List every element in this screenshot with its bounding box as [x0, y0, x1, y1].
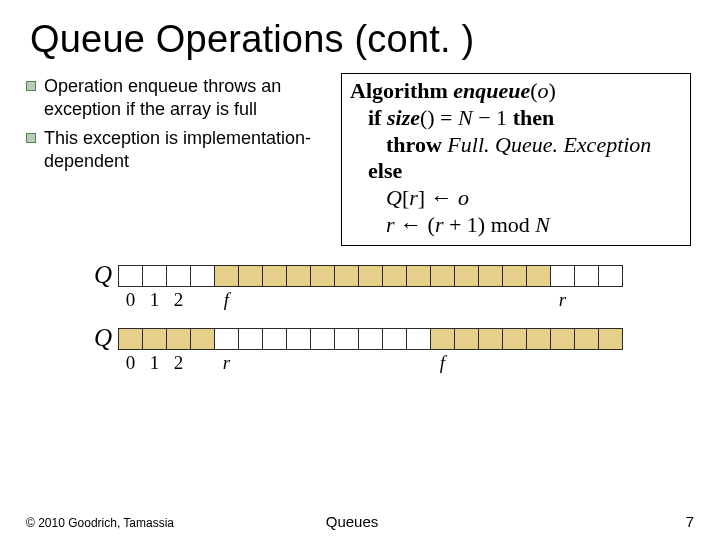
- algorithm-box: Algorithm enqueue(o) if size() = N − 1 t…: [341, 73, 691, 246]
- queue-diagram: Q: [90, 264, 640, 374]
- index-label: 1: [142, 289, 167, 311]
- array-cell: [262, 265, 287, 287]
- index-label: [406, 352, 431, 374]
- array-cell: [478, 328, 503, 350]
- index-r: r: [214, 352, 239, 374]
- algo-text: () =: [420, 105, 458, 130]
- index-label: [502, 352, 527, 374]
- array-cell: [166, 328, 191, 350]
- array-cell: [286, 328, 311, 350]
- algo-var: N: [535, 212, 550, 237]
- algo-keyword: else: [368, 158, 402, 183]
- copyright-text: © 2010 Goodrich, Tamassia: [26, 516, 174, 530]
- assign-arrow-icon: ←: [400, 212, 422, 237]
- index-label: [598, 352, 623, 374]
- index-label: [190, 352, 215, 374]
- array-row: Q: [90, 264, 640, 289]
- bullet-list: Operation enqueue throws an exception if…: [26, 73, 331, 179]
- array-cell: [286, 265, 311, 287]
- array-label: Q: [90, 262, 118, 287]
- algo-line-5: Q[r] ← o: [350, 185, 682, 212]
- array-cell: [214, 328, 239, 350]
- index-label: 2: [166, 289, 191, 311]
- array-cell: [454, 328, 479, 350]
- index-row: 0 1 2 f r: [118, 289, 640, 311]
- index-label: [238, 352, 263, 374]
- index-label: 0: [118, 289, 143, 311]
- array-cell: [118, 328, 143, 350]
- array-cell: [190, 265, 215, 287]
- index-label: [598, 289, 623, 311]
- array-cell: [454, 265, 479, 287]
- array-cell: [334, 265, 359, 287]
- index-label: [262, 289, 287, 311]
- footer: © 2010 Goodrich, Tamassia Queues 7: [26, 513, 694, 530]
- index-label: [358, 289, 383, 311]
- index-f: f: [214, 289, 239, 311]
- algo-text: (: [530, 78, 537, 103]
- algo-var: r: [386, 212, 395, 237]
- array-row: Q: [90, 327, 640, 352]
- index-label: [526, 289, 551, 311]
- array-cell: [358, 265, 383, 287]
- index-label: [550, 352, 575, 374]
- array-label: Q: [90, 325, 118, 350]
- array-cell: [262, 328, 287, 350]
- index-label: [430, 289, 455, 311]
- index-label: [238, 289, 263, 311]
- array-cell: [190, 328, 215, 350]
- array-cell: [574, 265, 599, 287]
- index-label: [526, 352, 551, 374]
- index-row: 0 1 2 r f: [118, 352, 640, 374]
- array-cells: [118, 328, 623, 350]
- algo-keyword: Algorithm: [350, 78, 448, 103]
- list-item: This exception is implementation-depende…: [26, 127, 331, 173]
- algo-keyword: if: [368, 105, 387, 130]
- index-label: 1: [142, 352, 167, 374]
- index-label: [310, 352, 335, 374]
- index-label: [574, 352, 599, 374]
- index-label: [286, 352, 311, 374]
- array-cell: [502, 328, 527, 350]
- algo-call: size: [387, 105, 420, 130]
- algo-var: Q: [386, 185, 402, 210]
- array-cell: [550, 265, 575, 287]
- algo-text: ): [549, 78, 556, 103]
- index-f: f: [430, 352, 455, 374]
- index-label: [574, 289, 599, 311]
- index-label: [454, 352, 479, 374]
- index-label: [286, 289, 311, 311]
- array-cell: [214, 265, 239, 287]
- algo-text: (: [422, 212, 435, 237]
- algo-keyword: throw: [386, 132, 447, 157]
- bullet-text: This exception is implementation-depende…: [44, 127, 331, 173]
- array-cell: [430, 265, 455, 287]
- algo-line-3: throw Full. Queue. Exception: [350, 132, 682, 159]
- bullet-text: Operation enqueue throws an exception if…: [44, 75, 331, 121]
- array-cell: [166, 265, 191, 287]
- index-label: [310, 289, 335, 311]
- page-number: 7: [686, 513, 694, 530]
- array-cell: [310, 328, 335, 350]
- array-cell: [142, 328, 167, 350]
- algo-var: o: [453, 185, 470, 210]
- index-label: [382, 352, 407, 374]
- array-cell: [406, 265, 431, 287]
- index-label: [262, 352, 287, 374]
- algo-text: − 1: [473, 105, 513, 130]
- array-cell: [406, 328, 431, 350]
- array-cell: [358, 328, 383, 350]
- index-label: [358, 352, 383, 374]
- bullet-icon: [26, 81, 36, 91]
- array-cell: [574, 328, 599, 350]
- index-label: [478, 289, 503, 311]
- algo-exception: Full. Queue. Exception: [447, 132, 651, 157]
- assign-arrow-icon: ←: [431, 185, 453, 210]
- index-label: 0: [118, 352, 143, 374]
- array-cell: [598, 328, 623, 350]
- array-cell: [238, 328, 263, 350]
- array-cell: [478, 265, 503, 287]
- algo-name: enqueue: [453, 78, 530, 103]
- array-cell: [598, 265, 623, 287]
- array-cell: [118, 265, 143, 287]
